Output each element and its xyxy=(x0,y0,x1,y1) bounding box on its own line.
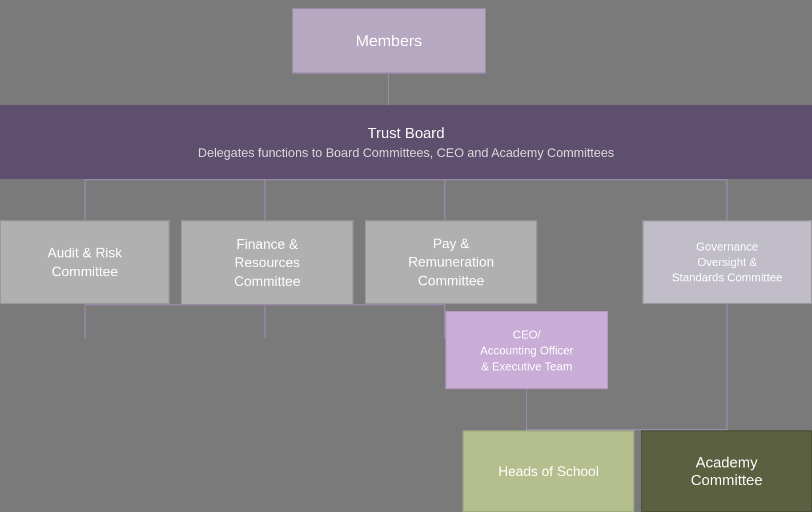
v-connector-governance xyxy=(726,179,727,220)
v-connector-ceo xyxy=(526,389,527,429)
governance-committee-box: GovernanceOversight &Standards Committee xyxy=(642,220,812,304)
heads-of-school-label: Heads of School xyxy=(498,463,598,479)
ceo-label: CEO/Accounting Officer& Executive Team xyxy=(480,326,573,374)
h-connector-bar xyxy=(85,179,727,180)
pay-remuneration-label: Pay &RemunerationCommittee xyxy=(408,235,495,290)
trust-board-subtitle: Delegates functions to Board Committees,… xyxy=(198,146,614,160)
ceo-box: CEO/Accounting Officer& Executive Team xyxy=(445,311,608,389)
org-chart: Members Trust Board Delegates functions … xyxy=(0,0,812,512)
pay-remuneration-committee-box: Pay &RemunerationCommittee xyxy=(365,220,537,304)
audit-risk-committee-box: Audit & RiskCommittee xyxy=(0,220,170,304)
trust-board-box: Trust Board Delegates functions to Board… xyxy=(0,105,812,179)
trust-board-title: Trust Board xyxy=(368,124,445,142)
academy-label: AcademyCommittee xyxy=(691,454,763,489)
v-connector-governance-low xyxy=(726,304,727,430)
heads-of-school-box: Heads of School xyxy=(463,430,634,512)
governance-label: GovernanceOversight &Standards Committee xyxy=(672,239,782,285)
finance-resources-label: Finance &ResourcesCommittee xyxy=(234,235,300,291)
audit-risk-label: Audit & RiskCommittee xyxy=(47,244,122,281)
academy-committee-box: AcademyCommittee xyxy=(641,430,812,512)
members-box: Members xyxy=(292,8,486,74)
connector-members-trustboard xyxy=(388,74,389,105)
v-connector-finance xyxy=(264,179,266,220)
v-connector-finance-low xyxy=(264,304,266,338)
v-connector-audit xyxy=(85,179,86,220)
finance-resources-committee-box: Finance &ResourcesCommittee xyxy=(181,220,353,305)
v-connector-pay xyxy=(444,179,445,220)
v-connector-audit-low xyxy=(85,304,86,338)
members-label: Members xyxy=(356,32,423,50)
